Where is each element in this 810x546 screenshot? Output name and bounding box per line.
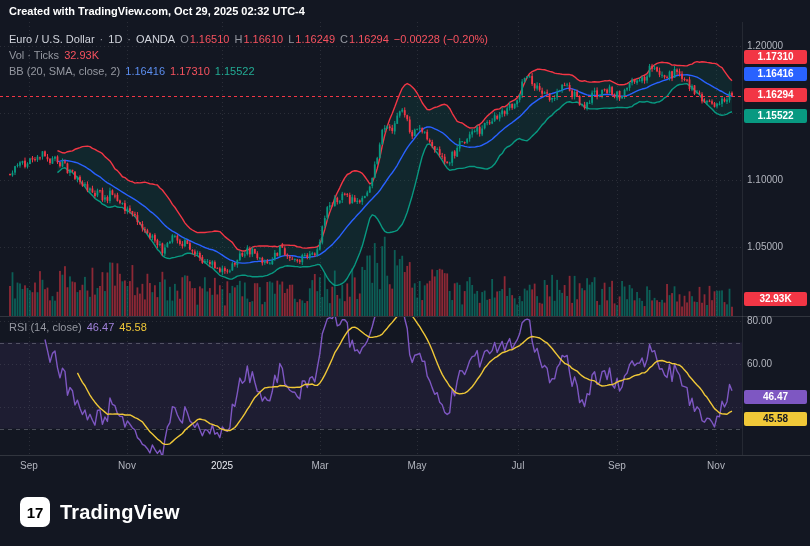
- price-axis-label: 1.05000: [747, 240, 783, 254]
- volume-badge: 32.93K: [744, 292, 807, 306]
- rsi-ma-badge: 45.58: [744, 412, 807, 426]
- time-tick-sep25: Sep: [608, 459, 626, 473]
- footer-bar[interactable]: 17 TradingView: [0, 478, 810, 546]
- bb-basis-badge: 1.16416: [744, 67, 807, 81]
- time-tick-may25: May: [408, 459, 427, 473]
- time-tick-mar25: Mar: [311, 459, 328, 473]
- rsi-axis-label: 60.00: [747, 357, 772, 371]
- attribution-bar: Created with TradingView.com, Oct 29, 20…: [0, 0, 810, 22]
- tradingview-chart-screenshot: Created with TradingView.com, Oct 29, 20…: [0, 0, 810, 546]
- rsi-value-badge: 46.47: [744, 390, 807, 404]
- time-tick-nov25: Nov: [707, 459, 725, 473]
- price-axis-label: 1.10000: [747, 173, 783, 187]
- tradingview-logo-icon[interactable]: 17: [20, 497, 50, 527]
- time-tick-jul25: Jul: [512, 459, 525, 473]
- time-tick-2025: 2025: [211, 459, 233, 473]
- brand-name[interactable]: TradingView: [60, 501, 180, 524]
- time-scale[interactable]: Sep Nov 2025 Mar May Jul Sep Nov: [0, 455, 742, 478]
- time-tick-nov24: Nov: [118, 459, 136, 473]
- last-price-badge: 1.16294: [744, 88, 807, 102]
- rsi-axis-label: 80.00: [747, 314, 772, 328]
- time-tick-sep24: Sep: [20, 459, 38, 473]
- bb-upper-badge: 1.17310: [744, 50, 807, 64]
- bb-lower-badge: 1.15522: [744, 109, 807, 123]
